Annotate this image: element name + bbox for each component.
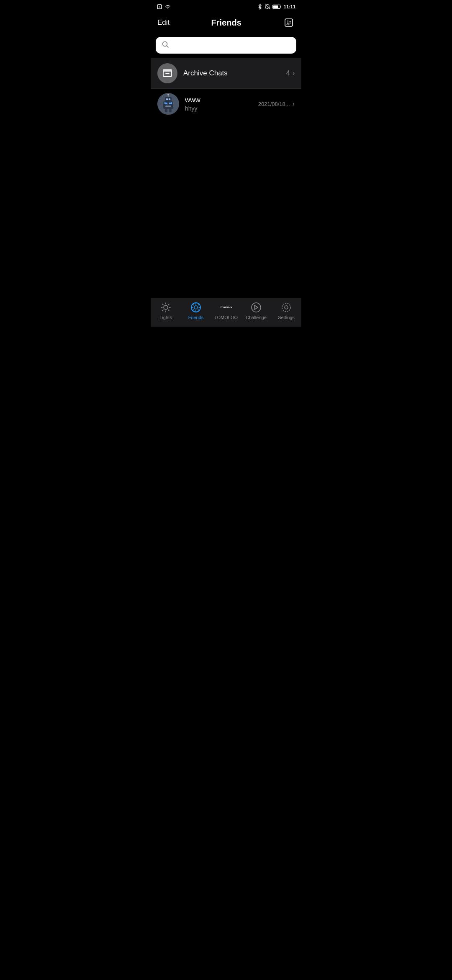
avatar-image (157, 93, 179, 115)
svg-point-44 (285, 306, 288, 309)
edit-button[interactable]: Edit (157, 18, 170, 27)
nav-friends-label: Friends (188, 315, 204, 320)
archive-icon (157, 63, 177, 83)
svg-line-28 (162, 304, 163, 305)
nav-item-challenge[interactable]: Challenge (241, 302, 271, 320)
battery-icon (272, 4, 282, 9)
friend-chevron-icon: › (293, 100, 295, 108)
svg-line-41 (193, 309, 194, 311)
nav-challenge-label: Challenge (246, 315, 267, 320)
svg-rect-4 (273, 5, 278, 8)
archive-chevron-icon: › (293, 70, 295, 77)
lights-icon (160, 302, 172, 313)
friend-name: www (185, 96, 258, 104)
svg-line-30 (168, 304, 169, 305)
friend-avatar (157, 93, 179, 115)
nav-item-lights[interactable]: Lights (151, 302, 181, 320)
svg-point-43 (252, 303, 261, 312)
header: Edit Friends (151, 13, 301, 34)
svg-line-40 (198, 304, 199, 305)
search-input[interactable] (173, 42, 290, 49)
svg-point-33 (194, 306, 198, 309)
nav-item-settings[interactable]: Settings (271, 302, 301, 320)
bell-muted-icon (265, 4, 270, 10)
nav-lights-label: Lights (159, 315, 172, 320)
tomoloo-icon: TOMOLOO (220, 302, 232, 313)
alert-icon: ! (157, 4, 162, 10)
settings-icon (280, 302, 292, 313)
friend-date: 2021/08/18... (258, 101, 290, 107)
svg-point-20 (167, 94, 169, 95)
svg-rect-18 (169, 98, 170, 100)
svg-line-7 (167, 46, 168, 47)
svg-rect-17 (166, 98, 168, 100)
svg-text:!: ! (159, 5, 160, 8)
compose-icon (284, 18, 294, 28)
nav-item-vehicle[interactable]: TOMOLOO TOMOLOO (211, 302, 241, 320)
archive-chats-label: Archive Chats (183, 69, 286, 77)
svg-rect-15 (165, 106, 171, 107)
svg-rect-16 (165, 97, 172, 103)
status-bar: ! 11:11 (151, 0, 301, 13)
challenge-icon (250, 302, 262, 313)
svg-line-38 (193, 304, 194, 305)
wifi-icon (164, 4, 171, 9)
search-container (151, 34, 301, 58)
friend-sub: hhyy (185, 105, 258, 112)
status-time: 11:11 (284, 4, 295, 9)
page-title: Friends (211, 18, 241, 28)
svg-rect-9 (163, 70, 172, 71)
nav-vehicle-label: TOMOLOO (214, 315, 238, 320)
svg-point-45 (282, 303, 290, 312)
svg-rect-5 (285, 19, 293, 26)
friend-row[interactable]: www hhyy 2021/08/18... › (151, 89, 301, 119)
svg-text:TOMOLOO: TOMOLOO (220, 306, 232, 309)
search-icon (162, 41, 169, 50)
friend-info: www hhyy (185, 96, 258, 112)
archive-count: 4 (286, 70, 290, 77)
search-bar[interactable] (156, 37, 296, 54)
bottom-nav: Lights Friends TOMOLOO TOM (151, 298, 301, 327)
svg-line-29 (168, 310, 169, 311)
svg-line-31 (162, 310, 163, 311)
status-bar-right: 11:11 (257, 4, 295, 10)
svg-line-39 (198, 309, 199, 311)
svg-rect-21 (165, 109, 167, 112)
friends-icon (190, 302, 202, 313)
status-bar-left: ! (157, 4, 171, 10)
tomoloo-logo: TOMOLOO (220, 303, 232, 312)
friend-meta: 2021/08/18... › (258, 100, 295, 108)
svg-rect-22 (169, 109, 172, 112)
nav-item-friends[interactable]: Friends (181, 302, 211, 320)
bluetooth-icon (257, 4, 262, 10)
svg-point-23 (164, 305, 168, 309)
svg-rect-8 (163, 71, 172, 77)
archive-chats-row[interactable]: Archive Chats 4 › (151, 58, 301, 88)
compose-button[interactable] (283, 17, 295, 28)
nav-settings-label: Settings (278, 315, 295, 320)
